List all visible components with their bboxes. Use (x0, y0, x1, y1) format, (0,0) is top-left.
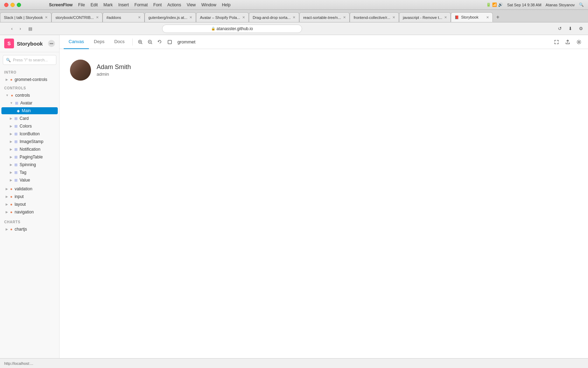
tab-close-icon[interactable]: ✕ (45, 15, 48, 19)
browser-tab-frontend[interactable]: frontend-collective/r... ✕ (350, 12, 399, 22)
grid-icon: ⊞ (14, 163, 18, 167)
sidebar-item-grommet-controls[interactable]: ▶ ● grommet-controls (1, 76, 58, 83)
folder-icon: ● (10, 202, 13, 206)
sidebar-item-label: controls (15, 93, 30, 98)
new-tab-button[interactable]: + (493, 12, 503, 22)
forward-button[interactable]: › (17, 25, 24, 32)
sidebar-item-input[interactable]: ▶ ● input (1, 193, 58, 200)
sidebar-item-chartjs[interactable]: ▶ ● chartjs (1, 226, 58, 233)
sidebar-logo: S Storybook ••• (0, 35, 59, 52)
tab-canvas[interactable]: Canvas (64, 35, 89, 49)
sidebar-item-imagestamp[interactable]: ▶ ⊞ ImageStamp (1, 138, 58, 145)
browser-tab-contrib[interactable]: storybook/CONTRIB... ✕ (51, 12, 102, 22)
browser-tab-js[interactable]: javascript - Remove t... ✕ (399, 12, 451, 22)
tab-close-icon[interactable]: ✕ (138, 15, 141, 19)
menu-screenflow[interactable]: ScreenFlow (49, 2, 72, 7)
tab-close-icon[interactable]: ✕ (444, 15, 447, 19)
tab-label: Slack | talk | Storybook (4, 15, 43, 20)
menu-window[interactable]: Window (201, 2, 216, 7)
zoom-in-button[interactable] (135, 37, 145, 47)
tab-close-icon[interactable]: ✕ (96, 15, 99, 19)
bottom-bar: http://localhost:... (0, 358, 588, 368)
tab-close-icon[interactable]: ✕ (242, 15, 245, 19)
folder-icon: ● (10, 210, 13, 214)
search-box[interactable]: 🔍 Press "/" to search... (3, 55, 56, 65)
folder-icon: ● (10, 187, 13, 191)
extensions-button[interactable]: ⚙ (577, 25, 585, 33)
tab-deps[interactable]: Deps (89, 35, 109, 49)
zoom-reset-button[interactable] (155, 37, 165, 47)
browser-tab-gutenberg[interactable]: gutenberg/index.js at... ✕ (145, 12, 196, 22)
diamond-icon: ◆ (17, 109, 20, 113)
sidebar-item-navigation[interactable]: ▶ ● navigation (1, 209, 58, 216)
sidebar-item-main[interactable]: ◆ Main (1, 107, 58, 114)
sidebar-item-spinning[interactable]: ▶ ⊞ Spinning (1, 161, 58, 168)
tab-close-icon[interactable]: ✕ (486, 15, 489, 19)
sidebar-item-value[interactable]: ▶ ⊞ Value (1, 177, 58, 184)
fullscreen-button[interactable] (552, 37, 561, 47)
chevron-right-icon: ▶ (10, 178, 12, 182)
svg-line-5 (151, 43, 152, 44)
sidebar-item-label: grommet-controls (15, 77, 47, 82)
share-button[interactable] (563, 37, 573, 47)
logo-menu-button[interactable]: ••• (48, 40, 55, 47)
chevron-right-icon: ▶ (10, 117, 12, 120)
sidebar-item-layout[interactable]: ▶ ● layout (1, 201, 58, 208)
menu-mark[interactable]: Mark (103, 2, 113, 7)
minimize-button[interactable] (10, 3, 15, 7)
sidebar-item-label: validation (15, 186, 33, 191)
settings-button[interactable] (574, 37, 584, 47)
note-button[interactable] (165, 37, 175, 47)
browser-tab-slack[interactable]: Slack | talk | Storybook ✕ (0, 12, 51, 22)
clock: Sat Sep 14 9:38 AM (507, 3, 541, 7)
sidebar-item-iconbutton[interactable]: ▶ ⊞ IconButton (1, 130, 58, 137)
menu-help[interactable]: Help (222, 2, 231, 7)
sidebar-item-label: PagingTable (20, 155, 43, 159)
tab-docs[interactable]: Docs (109, 35, 130, 49)
tab-close-icon[interactable]: ✕ (293, 15, 295, 19)
close-button[interactable] (4, 3, 8, 7)
download-button[interactable]: ⬇ (566, 25, 575, 33)
reload-button[interactable]: ↺ (556, 25, 564, 33)
chevron-right-icon: ▶ (6, 210, 8, 214)
back-button[interactable]: ‹ (8, 25, 15, 32)
menu-file[interactable]: File (78, 2, 85, 7)
zoom-out-button[interactable] (145, 37, 155, 47)
search-icon: 🔍 (6, 58, 11, 62)
search-placeholder: Press "/" to search... (13, 58, 48, 62)
address-input[interactable]: 🔒 atanasster.github.io (162, 25, 302, 33)
tab-favicon: 📕 (455, 15, 459, 19)
tab-close-icon[interactable]: ✕ (392, 15, 395, 19)
menu-actions[interactable]: Actions (167, 2, 181, 7)
sidebar-item-colors[interactable]: ▶ ⊞ Colors (1, 123, 58, 130)
menu-font[interactable]: Font (153, 2, 162, 7)
sidebar-toggle-button[interactable]: ▤ (27, 25, 34, 32)
menu-format[interactable]: Format (134, 2, 148, 7)
sidebar-item-notification[interactable]: ▶ ⊞ Notification (1, 146, 58, 153)
sidebar-item-validation[interactable]: ▶ ● validation (1, 185, 58, 192)
browser-tab-avatar[interactable]: Avatar – Shopify Pola... ✕ (196, 12, 249, 22)
sidebar-item-controls[interactable]: ▼ ● controls (1, 92, 58, 99)
maximize-button[interactable] (17, 3, 21, 7)
search-icon[interactable]: 🔍 (579, 2, 584, 7)
sidebar-item-label: layout (15, 202, 26, 207)
storybook-toolbar: Canvas Deps Docs grommet (59, 35, 588, 49)
menu-edit[interactable]: Edit (91, 2, 98, 7)
grid-icon: ⊞ (15, 101, 18, 105)
menu-insert[interactable]: Insert (118, 2, 129, 7)
sidebar-item-card[interactable]: ▶ ⊞ Card (1, 115, 58, 122)
sidebar-item-pagingtable[interactable]: ▶ ⊞ PagingTable (1, 154, 58, 161)
grid-icon: ⊞ (14, 147, 18, 152)
browser-tab-addons[interactable]: #addons ✕ (103, 12, 145, 22)
menu-view[interactable]: View (187, 2, 196, 7)
sidebar-item-avatar[interactable]: ▼ ⊞ Avatar (1, 100, 58, 107)
sidebar-item-label: Value (20, 178, 30, 183)
tab-label: #addons (106, 15, 121, 20)
tab-close-icon[interactable]: ✕ (343, 15, 346, 19)
browser-tab-react[interactable]: react-sortable-tree/n... ✕ (299, 12, 350, 22)
tab-label: storybook/CONTRIB... (55, 15, 93, 20)
tab-close-icon[interactable]: ✕ (189, 15, 192, 19)
sidebar-item-tag[interactable]: ▶ ⊞ Tag (1, 169, 58, 176)
browser-tab-drag[interactable]: Drag-and-drop sorta... ✕ (249, 12, 299, 22)
browser-tab-storybook[interactable]: 📕 Storybook ✕ (451, 12, 493, 22)
